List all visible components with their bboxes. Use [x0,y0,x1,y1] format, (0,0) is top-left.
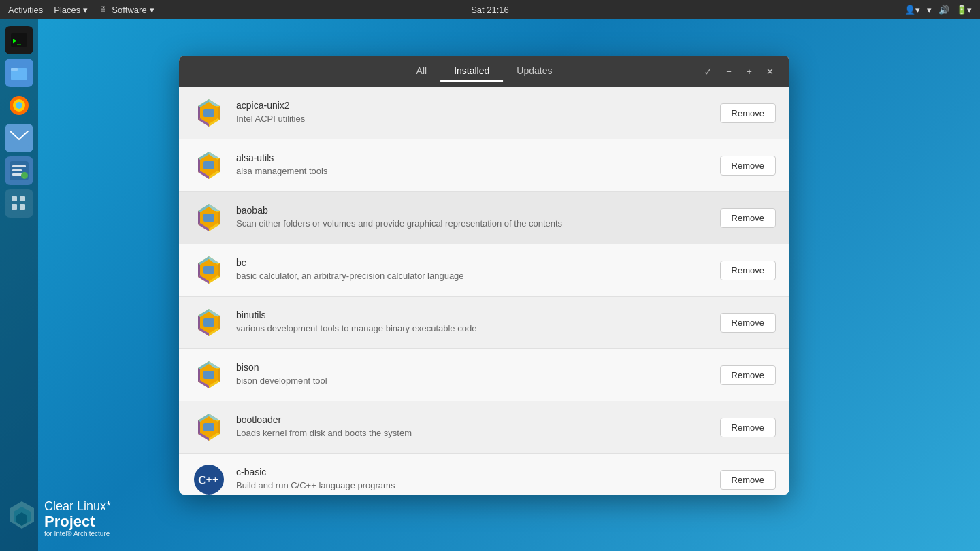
app-name: binutils [236,310,709,320]
svg-rect-17 [20,204,25,210]
list-item: acpica-unix2 Intel ACPI utilities Remove [179,87,789,139]
places-menu[interactable]: Places ▾ [54,5,88,15]
list-item: C++ c-basic Build and run C/C++ language… [179,454,789,495]
svg-rect-3 [11,68,18,71]
app-info: bc basic calculator, an arbitrary-precis… [236,257,709,282]
svg-marker-59 [198,316,200,329]
app-info: binutils various development tools to ma… [236,310,709,335]
remove-button[interactable]: Remove [720,418,776,437]
svg-marker-74 [218,420,220,434]
app-desc: various development tools to manage bina… [236,322,709,335]
app-name: baobab [236,205,709,216]
svg-marker-27 [198,106,200,120]
svg-marker-66 [218,368,220,382]
app-info: bison bison development tool [236,362,709,387]
remove-button[interactable]: Remove [720,365,776,385]
tab-updates[interactable]: Updates [503,61,566,82]
remove-button[interactable]: Remove [720,208,776,228]
software-list[interactable]: acpica-unix2 Intel ACPI utilities Remove [179,87,789,495]
app-info: alsa-utils alsa management tools [236,152,709,178]
dock: ▶_ ↓ [0,19,38,551]
svg-rect-16 [12,204,17,210]
activities-button[interactable]: Activities [8,5,43,15]
app-desc: Intel ACPI utilities [236,113,709,125]
svg-marker-58 [218,316,220,329]
wifi-icon[interactable]: ▾ [927,5,932,15]
app-desc: Build and run C/C++ language programs [236,480,709,492]
dock-item-firefox[interactable] [5,91,33,120]
remove-button[interactable]: Remove [720,470,776,490]
close-button[interactable]: ✕ [761,63,779,80]
app-icon [193,97,225,129]
app-icon [193,201,225,234]
svg-marker-75 [198,420,200,434]
app-name: acpica-unix2 [236,100,709,111]
svg-text:C++: C++ [198,474,218,486]
list-item: baobab Scan either folders or volumes an… [179,192,789,244]
svg-marker-42 [218,211,220,224]
app-desc: Scan either folders or volumes and provi… [236,218,709,230]
dock-item-grid[interactable] [5,189,33,218]
app-info: c-basic Build and run C/C++ language pro… [236,467,709,492]
dock-item-software[interactable]: ↓ [5,156,33,185]
svg-marker-50 [218,263,220,277]
app-info: acpica-unix2 Intel ACPI utilities [236,100,709,125]
window-titlebar: All Installed Updates ✓ − + ✕ [179,56,789,87]
remove-button[interactable]: Remove [720,103,776,123]
topbar-clock: Sat 21:16 [471,5,509,15]
app-desc: alsa management tools [236,165,709,178]
svg-marker-67 [198,368,200,382]
svg-marker-26 [218,106,220,120]
check-button[interactable]: ✓ [698,62,717,81]
svg-rect-63 [203,371,214,379]
svg-rect-47 [203,266,214,274]
window-controls: ✓ − + ✕ [698,62,779,81]
dock-item-terminal[interactable]: ▶_ [5,26,33,54]
remove-button[interactable]: Remove [720,261,776,280]
app-desc: basic calculator, an arbitrary-precision… [236,270,709,282]
svg-text:↓: ↓ [22,173,25,180]
app-desc: Loads kernel from disk and boots the sys… [236,427,709,439]
app-icon [193,411,225,444]
list-item: bison bison development tool Remove [179,349,789,401]
svg-rect-71 [203,423,214,431]
app-name: bison [236,362,709,373]
svg-marker-43 [198,211,200,224]
app-name: alsa-utils [236,152,709,163]
main-window: All Installed Updates ✓ − + ✕ [179,56,789,495]
app-icon [193,306,225,339]
svg-marker-51 [198,263,200,277]
dock-item-files[interactable] [5,59,33,87]
battery-icon[interactable]: 🔋▾ [956,5,972,15]
app-icon: C++ [193,463,225,495]
app-desc: bison development tool [236,375,709,387]
list-item: bootloader Loads kernel from disk and bo… [179,401,789,454]
minimize-button[interactable]: − [720,63,738,80]
volume-icon[interactable]: 🔊 [938,5,949,15]
list-item: binutils various development tools to ma… [179,297,789,349]
svg-rect-31 [203,161,214,169]
tab-installed[interactable]: Installed [440,61,503,82]
svg-text:▶_: ▶_ [13,37,22,45]
logo-text: Clear Linux* Project for Intel® Architec… [44,500,111,537]
svg-rect-55 [203,318,214,327]
maximize-button[interactable]: + [740,63,758,80]
svg-marker-35 [198,158,200,172]
remove-button[interactable]: Remove [720,313,776,333]
topbar-right: 👤▾ ▾ 🔊 🔋▾ [904,5,972,15]
list-item: alsa-utils alsa management tools Remove [179,139,789,192]
svg-rect-9 [12,165,26,167]
software-menu[interactable]: 🖥 Software ▾ [99,5,154,15]
dock-item-mail[interactable] [5,124,33,152]
app-icon [193,149,225,182]
topbar-left: Activities Places ▾ 🖥 Software ▾ [8,5,154,15]
remove-button[interactable]: Remove [720,156,776,176]
app-info: baobab Scan either folders or volumes an… [236,205,709,230]
svg-marker-34 [218,158,220,172]
tab-all[interactable]: All [403,61,441,82]
app-info: bootloader Loads kernel from disk and bo… [236,414,709,439]
user-icon[interactable]: 👤▾ [904,5,920,15]
app-icon [193,358,225,391]
svg-point-6 [16,102,22,109]
app-name: c-basic [236,467,709,478]
